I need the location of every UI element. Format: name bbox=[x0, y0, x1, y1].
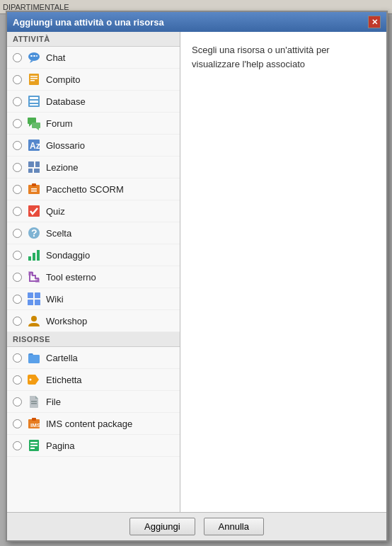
resources-list: CartellaEtichettaFileIMSIMS content pack… bbox=[7, 347, 180, 435]
list-item[interactable]: Quiz bbox=[7, 200, 180, 222]
cancel-button[interactable]: Annulla bbox=[204, 518, 264, 535]
svg-rect-30 bbox=[28, 256, 31, 261]
list-item[interactable]: Sondaggio bbox=[7, 244, 180, 266]
svg-rect-38 bbox=[35, 300, 40, 305]
svg-rect-19 bbox=[28, 161, 34, 167]
list-item[interactable]: IMSIMS content package bbox=[7, 413, 180, 435]
list-item[interactable]: Compito bbox=[7, 69, 180, 91]
radio-button[interactable] bbox=[13, 207, 22, 216]
list-item[interactable]: Tool esterno bbox=[7, 266, 180, 288]
list-item[interactable]: Workshop bbox=[7, 310, 180, 332]
svg-marker-14 bbox=[29, 124, 32, 127]
pagina-icon bbox=[26, 438, 42, 453]
scelta-icon: ? bbox=[26, 225, 42, 241]
help-text-line1: Scegli una risorsa o un'attività per bbox=[192, 43, 375, 57]
radio-button[interactable] bbox=[13, 353, 22, 363]
list-item[interactable]: Etichetta bbox=[7, 369, 180, 391]
list-item[interactable]: Wiki bbox=[7, 288, 180, 310]
close-button[interactable]: ✕ bbox=[368, 16, 381, 28]
svg-text:Az: Az bbox=[30, 141, 40, 151]
radio-button[interactable] bbox=[13, 229, 22, 238]
ims-label: IMS content package bbox=[46, 419, 132, 429]
list-item[interactable]: Pagina bbox=[7, 435, 180, 457]
forum-label: Forum bbox=[46, 118, 73, 129]
tool-esterno-label: Tool esterno bbox=[46, 272, 96, 283]
radio-button[interactable] bbox=[13, 397, 22, 406]
dialog-title: Aggiungi una attività o una risorsa bbox=[13, 17, 164, 28]
svg-rect-3 bbox=[33, 55, 35, 57]
radio-button[interactable] bbox=[13, 317, 22, 326]
list-item[interactable]: Chat bbox=[7, 47, 180, 69]
pagina-label: Pagina bbox=[46, 440, 74, 451]
radio-button[interactable] bbox=[13, 141, 22, 150]
svg-rect-33 bbox=[28, 271, 33, 275]
radio-button[interactable] bbox=[13, 185, 22, 194]
chat-label: Chat bbox=[46, 52, 65, 63]
wiki-icon bbox=[26, 291, 42, 307]
topbar-label: DIPARTIMENTALE bbox=[3, 3, 69, 11]
svg-rect-48 bbox=[30, 445, 38, 446]
list-item[interactable]: File bbox=[7, 391, 180, 413]
svg-rect-2 bbox=[30, 55, 33, 57]
file-icon bbox=[26, 394, 42, 409]
workshop-label: Workshop bbox=[46, 316, 87, 326]
svg-rect-31 bbox=[33, 253, 35, 261]
add-button[interactable]: Aggiungi bbox=[129, 518, 195, 535]
svg-rect-5 bbox=[29, 74, 39, 85]
list-item[interactable]: Cartella bbox=[7, 347, 180, 369]
radio-button[interactable] bbox=[13, 419, 22, 428]
forum-icon bbox=[26, 115, 42, 131]
svg-rect-42 bbox=[31, 403, 37, 404]
list-item[interactable]: AzGlossario bbox=[7, 135, 180, 157]
tool-esterno-icon bbox=[26, 269, 42, 285]
radio-button[interactable] bbox=[13, 97, 22, 106]
glossario-icon: Az bbox=[26, 137, 42, 153]
activities-header: ATTIVITÀ bbox=[7, 32, 180, 47]
svg-rect-32 bbox=[37, 250, 40, 261]
radio-button[interactable] bbox=[13, 75, 22, 84]
radio-button[interactable] bbox=[13, 251, 22, 260]
dialog-footer: Aggiungi Annulla bbox=[7, 512, 386, 540]
svg-rect-4 bbox=[36, 55, 38, 57]
resources-header: RISORSE bbox=[7, 332, 180, 347]
file-label: File bbox=[46, 397, 61, 407]
radio-button[interactable] bbox=[13, 295, 22, 304]
svg-rect-20 bbox=[35, 161, 40, 167]
dialog-body: ATTIVITÀ ChatCompitoDatabaseForumAzGloss… bbox=[7, 32, 386, 512]
compito-icon bbox=[26, 72, 42, 87]
scelta-label: Scelta bbox=[46, 228, 71, 239]
svg-rect-36 bbox=[35, 292, 40, 298]
svg-rect-12 bbox=[30, 104, 38, 106]
dialog: Aggiungi una attività o una risorsa ✕ AT… bbox=[6, 11, 388, 542]
compito-label: Compito bbox=[46, 74, 80, 85]
etichetta-label: Etichetta bbox=[46, 375, 82, 385]
radio-button[interactable] bbox=[13, 273, 22, 282]
svg-text:IMS: IMS bbox=[30, 422, 41, 428]
radio-button[interactable] bbox=[13, 53, 22, 62]
svg-rect-6 bbox=[30, 76, 38, 77]
list-item[interactable]: Pacchetto SCORM bbox=[7, 178, 180, 200]
list-item[interactable]: Lezione bbox=[7, 157, 180, 178]
pacchetto-scorm-icon bbox=[26, 181, 42, 197]
svg-rect-44 bbox=[32, 418, 36, 421]
radio-button[interactable] bbox=[13, 119, 22, 128]
sondaggio-icon bbox=[26, 247, 42, 263]
glossario-label: Glossario bbox=[46, 140, 85, 151]
radio-button[interactable] bbox=[13, 441, 22, 450]
svg-rect-22 bbox=[34, 169, 40, 173]
svg-rect-7 bbox=[30, 78, 38, 79]
list-item[interactable]: Database bbox=[7, 91, 180, 113]
radio-button[interactable] bbox=[13, 375, 22, 385]
help-text-line2: visualizzare l'help associato bbox=[192, 57, 375, 72]
workshop-icon bbox=[26, 313, 42, 329]
chat-icon bbox=[26, 50, 42, 65]
database-icon bbox=[26, 93, 42, 109]
cartella-icon bbox=[26, 350, 42, 365]
svg-rect-21 bbox=[28, 169, 33, 173]
svg-rect-35 bbox=[28, 292, 33, 298]
cartella-label: Cartella bbox=[46, 353, 78, 363]
list-item[interactable]: Forum bbox=[7, 113, 180, 135]
list-item[interactable]: ?Scelta bbox=[7, 222, 180, 244]
radio-button[interactable] bbox=[13, 163, 22, 172]
etichetta-icon bbox=[26, 372, 42, 387]
